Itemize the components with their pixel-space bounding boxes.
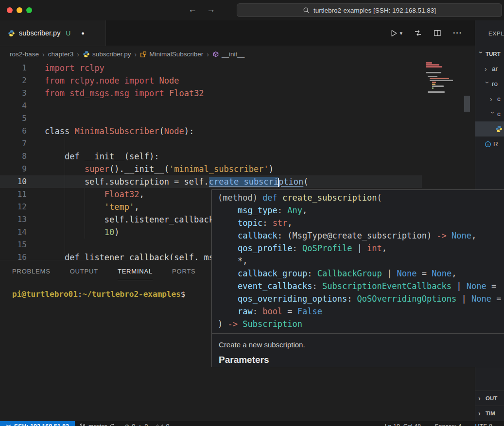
scrollbar-thumb[interactable] [464,96,470,112]
split-editor-button[interactable] [434,29,441,37]
remote-indicator[interactable]: >< SSH: 192.168.51.83 [0,421,75,426]
hover-code-line: qos_profile: QoSProfile | int, [218,242,504,255]
git-status-badge: U [66,30,70,37]
line-number: 8 [0,150,27,163]
status-bar: >< SSH: 192.168.51.83 master ⊘ 0 △ 0 0 L… [0,421,504,426]
hover-code-line: msg_type: Any, [218,204,504,217]
chevron-down-icon: › [477,51,485,56]
breadcrumb-separator-icon: › [77,51,79,58]
sidebar-title: EXPL [475,20,504,46]
explorer-tree: ›ar›ro›c›cR [475,61,504,152]
code-line[interactable]: 6class MinimalSubscriber(Node): [0,125,475,137]
chevron-right-icon: › [485,65,490,73]
panel-tab-terminal[interactable]: TERMINAL [118,262,153,280]
zoom-button[interactable] [26,7,32,13]
compare-changes-icon [414,29,422,37]
play-icon [390,29,398,37]
line-number: 5 [0,112,27,125]
ports-indicator[interactable]: 0 [152,423,174,426]
run-button[interactable]: ▾ [390,29,402,37]
chevron-right-icon: › [490,95,495,103]
sidebar-section-tim[interactable]: ›TIM [475,406,504,421]
code-line[interactable]: 4 [0,100,475,112]
editor-actions: ▾ ··· [390,20,475,46]
breadcrumb-item[interactable]: chapter3 [48,51,74,58]
close-button[interactable] [7,7,13,13]
code-line[interactable]: 5 [0,112,475,125]
chevron-down-icon: › [489,111,497,117]
git-branch-icon [79,423,86,426]
broadcast-icon [156,423,163,426]
code-line[interactable]: 1import rclpy [0,62,475,74]
breadcrumb-item[interactable]: ros2-base [10,51,39,58]
branch-indicator[interactable]: master [75,423,120,426]
sidebar-section-out[interactable]: ›OUT [475,391,504,406]
split-editor-icon [434,29,441,37]
code-line[interactable]: 3from std_msgs.msg import Float32 [0,87,475,100]
breadcrumb-item[interactable]: __init__ [212,51,244,58]
panel-tab-problems[interactable]: PROBLEMS [12,262,51,280]
code-line[interactable]: 9 super().__init__('minimal_subscriber') [0,163,475,175]
line-number: 15 [0,239,27,251]
line-number: 9 [0,163,27,175]
hover-code-line: *, [218,255,504,267]
hover-description: Create a new subscription. [212,337,504,353]
terminal-prompt: pi@turtlebro01:~/turtlebro2-examples$ [12,290,185,299]
breadcrumb-item[interactable]: subscriber.py [83,51,131,58]
panel-tab-output[interactable]: OUTPUT [70,262,98,280]
tree-item[interactable]: R [475,136,504,152]
sync-icon [109,423,116,426]
window-title: turtlebro2-examples [SSH: 192.168.51.83] [313,7,436,14]
hover-code-line: event_callbacks: SubscriptionEventCallba… [218,280,504,292]
cursor-position[interactable]: Ln 10, Col 48 [378,423,428,426]
hover-tooltip: (method) def create_subscription( msg_ty… [211,189,504,367]
python-icon [83,51,90,58]
panel-tab-ports[interactable]: PORTS [172,262,196,280]
encoding-setting[interactable]: UTF-8 [469,423,499,426]
problems-indicator[interactable]: ⊘ 0 △ 0 [120,423,152,426]
line-number: 3 [0,87,27,100]
hover-code-line: ) -> Subscription [218,318,504,330]
open-changes-button[interactable] [414,29,422,37]
breadcrumb: ros2-base›chapter3›subscriber.py›Minimal… [0,46,475,62]
code-line[interactable]: 10 self.subscription = self.create_subsc… [0,175,422,188]
hover-code-line: qos_overriding_options: QoSOverridingOpt… [218,292,504,305]
code-line[interactable]: 7 [0,137,475,150]
code-line[interactable]: 2from rclpy.node import Node [0,74,475,87]
search-icon [303,7,310,14]
command-center[interactable]: turtlebro2-examples [SSH: 192.168.51.83] [237,3,502,17]
tab-subscriber-py[interactable]: subscriber.py U ● [0,20,106,46]
minimap[interactable] [426,62,467,93]
hover-code-line: callback: (MsgType@create_subscription) … [218,229,504,242]
info-icon [485,141,491,148]
line-number: 14 [0,226,27,239]
tree-item[interactable]: ›c [475,106,504,121]
hover-code-line: (method) def create_subscription( [218,191,504,204]
chevron-down-icon: › [484,81,491,86]
line-number: 11 [0,188,27,201]
python-icon [8,30,15,37]
hover-code-line: topic: str, [218,217,504,229]
tree-item[interactable]: ›ro [475,76,504,91]
indentation-setting[interactable]: Spaces: 4 [428,423,469,426]
line-number: 12 [0,201,27,213]
tree-item[interactable]: ›ar [475,61,504,76]
back-button[interactable]: ← [188,4,197,15]
tab-bar: subscriber.py U ● ▾ ··· [0,20,475,46]
remote-icon: >< [6,424,11,426]
explorer-section-header[interactable]: › TURT [475,46,504,61]
line-number: 13 [0,213,27,226]
line-number: 7 [0,137,27,150]
breadcrumb-item[interactable]: MinimalSubscriber [140,51,203,58]
more-actions-button[interactable]: ··· [453,29,462,37]
warning-icon: △ [138,423,142,426]
tree-item[interactable]: ›c [475,91,504,106]
hover-code: (method) def create_subscription( msg_ty… [212,190,504,330]
tree-item[interactable] [475,121,504,136]
minimize-button[interactable] [17,7,22,13]
line-number: 16 [0,251,27,260]
forward-button[interactable]: → [207,4,215,15]
code-line[interactable]: 8 def __init__(self): [0,150,475,163]
tooltip-divider [212,333,504,334]
modified-dot-icon: ● [81,30,85,36]
